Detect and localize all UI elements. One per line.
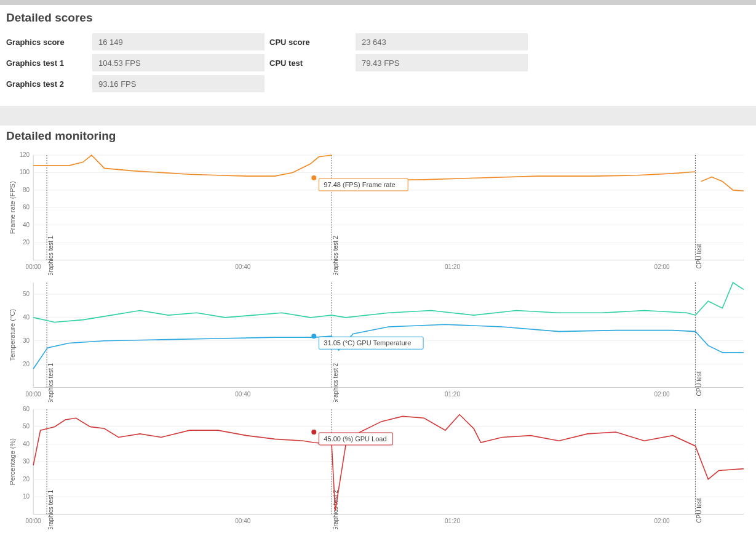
svg-text:Temperature (°C): Temperature (°C): [9, 309, 16, 361]
svg-text:40: 40: [23, 222, 30, 228]
chart-fps: 2040608010012000:0000:4001:2002:00Frame …: [6, 151, 750, 275]
svg-text:30: 30: [23, 337, 30, 343]
svg-text:20: 20: [23, 476, 30, 483]
detailed-scores-panel: Detailed scores Graphics score16 149Grap…: [0, 5, 756, 106]
monitoring-title: Detailed monitoring: [6, 129, 750, 143]
chart-temp: 2030405000:0000:4001:2002:00Temperature …: [6, 279, 750, 403]
svg-text:CPU test: CPU test: [696, 499, 702, 523]
svg-text:CPU test: CPU test: [696, 244, 702, 268]
graphics-score-row: Graphics test 1104.53 FPS: [6, 54, 265, 71]
score-label: Graphics test 1: [6, 58, 92, 68]
svg-text:60: 60: [23, 406, 30, 412]
svg-text:Graphics test 2: Graphics test 2: [332, 363, 339, 402]
divider-strip: [0, 106, 756, 126]
score-label: CPU score: [269, 38, 356, 47]
svg-text:01:20: 01:20: [445, 390, 460, 397]
svg-point-25: [311, 175, 316, 180]
svg-text:31.05 (°C) GPU Temperature: 31.05 (°C) GPU Temperature: [324, 339, 411, 347]
graphics-score-row: Graphics test 293.16 FPS: [6, 75, 265, 92]
svg-text:00:40: 00:40: [235, 263, 250, 270]
svg-text:30: 30: [23, 459, 30, 465]
svg-text:Graphics test 1: Graphics test 1: [47, 235, 54, 275]
svg-text:00:00: 00:00: [26, 390, 41, 397]
chart-load: 10203040506000:0000:4001:2002:00Percenta…: [6, 406, 750, 529]
top-bar: [0, 0, 756, 5]
score-value: 16 149: [92, 33, 265, 50]
svg-text:00:40: 00:40: [235, 390, 250, 397]
scores-title: Detailed scores: [6, 11, 750, 25]
score-value: 79.43 FPS: [356, 54, 528, 71]
score-label: Graphics test 2: [6, 79, 92, 89]
svg-text:00:00: 00:00: [26, 263, 41, 270]
score-value: 93.16 FPS: [92, 75, 265, 92]
svg-text:Graphics test 2: Graphics test 2: [332, 235, 339, 275]
svg-text:120: 120: [19, 151, 30, 158]
svg-text:10: 10: [23, 493, 30, 500]
scores-grid: Graphics score16 149Graphics test 1104.5…: [6, 33, 750, 96]
svg-text:20: 20: [23, 360, 30, 367]
svg-text:02:00: 02:00: [655, 390, 670, 397]
svg-point-77: [311, 430, 316, 435]
score-value: 23 643: [356, 33, 528, 50]
svg-text:00:40: 00:40: [235, 518, 250, 524]
cpu-score-row: CPU score23 643: [269, 33, 528, 50]
detailed-monitoring-panel: Detailed monitoring 2040608010012000:000…: [0, 126, 756, 537]
svg-text:Percentage (%): Percentage (%): [9, 438, 16, 486]
score-value: 104.53 FPS: [92, 54, 265, 71]
svg-text:01:20: 01:20: [445, 518, 460, 524]
svg-text:60: 60: [23, 204, 30, 210]
svg-text:97.48 (FPS) Frame rate: 97.48 (FPS) Frame rate: [324, 181, 395, 188]
svg-text:Frame rate (FPS): Frame rate (FPS): [9, 181, 16, 234]
svg-text:Graphics test 1: Graphics test 1: [47, 490, 54, 529]
svg-text:CPU test: CPU test: [696, 371, 702, 396]
svg-point-49: [311, 334, 316, 339]
graphics-score-row: Graphics score16 149: [6, 33, 265, 50]
svg-text:80: 80: [23, 186, 30, 193]
svg-text:40: 40: [23, 314, 30, 321]
svg-text:40: 40: [23, 441, 30, 447]
svg-text:20: 20: [23, 239, 30, 246]
svg-text:100: 100: [19, 169, 30, 175]
svg-text:50: 50: [23, 423, 30, 430]
svg-text:00:00: 00:00: [26, 518, 41, 524]
score-label: CPU test: [269, 58, 356, 68]
cpu-score-row: CPU test79.43 FPS: [269, 54, 528, 71]
svg-text:Graphics test 1: Graphics test 1: [47, 363, 54, 402]
svg-text:50: 50: [23, 291, 30, 297]
svg-text:02:00: 02:00: [655, 518, 670, 524]
svg-text:45.00 (%) GPU Load: 45.00 (%) GPU Load: [324, 435, 386, 443]
svg-text:01:20: 01:20: [445, 263, 460, 270]
svg-text:02:00: 02:00: [655, 263, 670, 270]
score-label: Graphics score: [6, 38, 92, 47]
